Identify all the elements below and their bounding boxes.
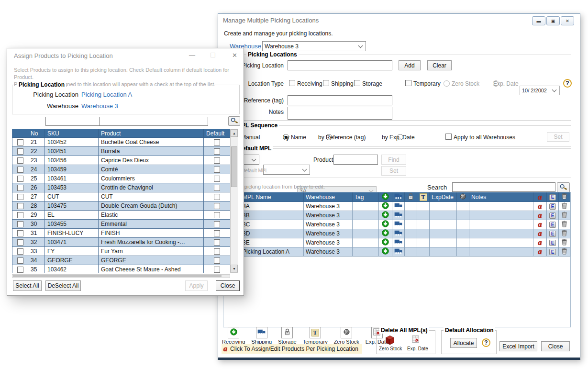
default-mpl-set-button[interactable]: Set [381, 166, 406, 176]
default-checkbox[interactable] [214, 194, 220, 200]
filter-product-input[interactable] [99, 117, 208, 126]
default-checkbox[interactable] [204, 229, 231, 238]
default-checkbox[interactable] [204, 156, 231, 165]
mpl-row[interactable]: 3EWarehouse 3aE [223, 238, 570, 247]
assign-column-header-icon[interactable]: a [533, 192, 547, 202]
product-row[interactable]: 32103471Fresh Mozzarella for Cooking -… [12, 238, 231, 247]
default-checkbox[interactable] [214, 157, 220, 164]
default-checkbox[interactable] [204, 201, 231, 211]
row-select-checkbox[interactable] [12, 265, 28, 273]
row-select-checkbox[interactable] [12, 220, 28, 229]
edit-icon[interactable]: E [547, 238, 559, 247]
row-select-checkbox[interactable] [12, 183, 28, 192]
products-column-header[interactable]: Default [204, 129, 231, 138]
search-button[interactable] [557, 182, 570, 192]
mpl-row[interactable]: Picking Location AWarehouse 3aE [223, 247, 570, 257]
edit-icon[interactable]: E [547, 220, 559, 229]
product-row[interactable]: 28103475Double Cream Gouda (Dutch) [12, 201, 231, 211]
default-checkbox[interactable] [204, 192, 231, 201]
product-row[interactable]: 26103453Crottin de Chavignol [12, 183, 231, 192]
edit-icon[interactable]: E [547, 202, 559, 211]
row-select-checkbox[interactable] [17, 148, 23, 155]
edit-icon[interactable]: E [547, 247, 559, 257]
manage-window-titlebar[interactable]: Manage Multiple Picking Locations ▬ ▣ ✕ [218, 14, 580, 26]
assign-products-icon[interactable]: a [533, 229, 547, 238]
default-checkbox[interactable] [204, 174, 231, 183]
trash-icon[interactable] [559, 202, 570, 211]
row-select-checkbox[interactable] [17, 203, 23, 209]
row-select-checkbox[interactable] [17, 212, 23, 218]
manage-close-button[interactable]: Close [541, 341, 570, 351]
products-column-header[interactable]: No [28, 129, 45, 138]
row-select-checkbox[interactable] [17, 185, 23, 191]
row-select-checkbox[interactable] [17, 167, 23, 173]
trash-icon[interactable] [559, 238, 570, 247]
default-checkbox[interactable] [214, 167, 220, 173]
default-checkbox[interactable] [214, 185, 220, 191]
shipping-icon[interactable] [392, 238, 405, 247]
shipping-icon[interactable] [392, 202, 405, 211]
product-row[interactable]: 34GEORGEGEORGE [12, 256, 231, 265]
row-select-checkbox[interactable] [12, 256, 28, 265]
product-row[interactable]: 22103451Burrata [12, 147, 231, 156]
help-icon[interactable]: ? [482, 338, 490, 347]
mpl-row[interactable]: 3DWarehouse 3aE [223, 229, 570, 238]
row-select-checkbox[interactable] [17, 267, 23, 273]
edit-icon[interactable]: E [547, 211, 559, 220]
default-checkbox[interactable] [204, 147, 231, 156]
default-checkbox[interactable] [214, 248, 220, 255]
shipping-icon[interactable] [392, 229, 405, 238]
product-row[interactable]: 30103455Emmental [12, 220, 231, 229]
product-row[interactable]: 24103459Comté [12, 165, 231, 174]
row-select-checkbox[interactable] [17, 239, 23, 246]
receiving-column-header-icon[interactable] [379, 192, 392, 202]
mpl-filter-select-2[interactable] [263, 165, 310, 175]
receiving-icon[interactable] [379, 247, 392, 257]
sequence-set-button[interactable]: Set [547, 132, 569, 142]
picking-location-input[interactable] [288, 60, 392, 70]
dialog-close-bottom-button[interactable]: Close [216, 280, 240, 291]
trash-icon[interactable] [559, 211, 570, 220]
product-input[interactable] [333, 155, 378, 165]
storage-column-header-icon[interactable] [405, 192, 417, 202]
assign-products-icon[interactable]: a [533, 247, 547, 257]
scroll-down-button[interactable]: ▼ [231, 265, 238, 272]
default-checkbox[interactable] [214, 203, 220, 209]
assign-products-icon[interactable]: a [533, 238, 547, 247]
default-checkbox[interactable] [214, 239, 220, 246]
default-checkbox[interactable] [214, 176, 220, 182]
row-select-checkbox[interactable] [12, 138, 28, 147]
row-select-checkbox[interactable] [17, 157, 23, 164]
warehouse-select[interactable]: Warehouse 3 [262, 41, 366, 51]
row-select-checkbox[interactable] [17, 194, 23, 200]
row-select-checkbox[interactable] [17, 248, 23, 255]
default-checkbox[interactable] [204, 138, 231, 147]
row-select-checkbox[interactable] [12, 174, 28, 183]
exp-date-picker[interactable]: 10/ 2/2002 [520, 86, 560, 95]
shipping-icon[interactable] [392, 220, 405, 229]
products-column-header[interactable]: SKU [45, 129, 99, 138]
mpl-column-header[interactable]: Tag [353, 192, 379, 202]
trash-icon[interactable] [559, 229, 570, 238]
shipping-checkbox[interactable] [323, 80, 329, 86]
default-checkbox[interactable] [204, 211, 231, 220]
default-checkbox[interactable] [204, 220, 231, 229]
default-checkbox[interactable] [214, 212, 220, 218]
receiving-checkbox[interactable] [289, 80, 295, 86]
product-row[interactable]: 23103456Caprice Des Dieux [12, 156, 231, 165]
receiving-icon[interactable] [379, 238, 392, 247]
row-select-checkbox[interactable] [12, 156, 28, 165]
delete-zero-stock-button[interactable] [384, 335, 396, 347]
assign-products-icon[interactable]: a [533, 202, 547, 211]
products-column-header[interactable] [12, 129, 28, 138]
receiving-icon[interactable] [379, 220, 392, 229]
products-column-header[interactable]: Product [99, 129, 204, 138]
row-select-checkbox[interactable] [12, 201, 28, 211]
sphere-column-header-icon[interactable] [457, 192, 469, 202]
delete-exp-date-button[interactable] [412, 335, 419, 344]
default-checkbox[interactable] [214, 230, 220, 236]
product-row[interactable]: 27CUTCUT [12, 192, 231, 201]
vertical-scrollbar[interactable]: ▲ ▼ [230, 129, 238, 273]
row-select-checkbox[interactable] [17, 221, 23, 227]
edit-column-header-icon[interactable]: E [547, 192, 559, 202]
